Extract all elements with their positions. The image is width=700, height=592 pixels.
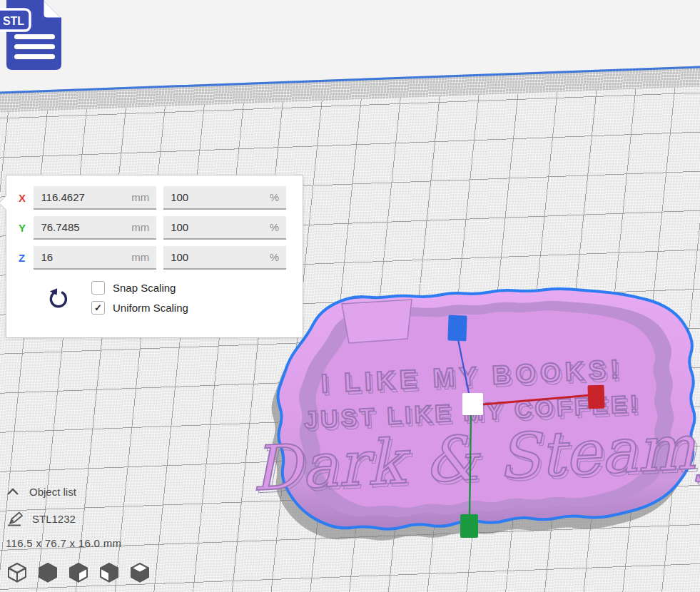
uniform-scaling-label: Uniform Scaling (113, 302, 188, 314)
scale-tool-panel: X 116.4627 mm 100 % Y 76.7485 mm 100 % Z (6, 175, 303, 338)
mold-hanger-tab (342, 300, 412, 343)
snap-scaling-checkbox[interactable]: Snap Scaling (91, 281, 188, 295)
object-info-area: Object list STL1232 116.5 x 76.7 x 16.0 … (6, 484, 191, 583)
x-mm-input[interactable]: 116.4627 mm (34, 186, 156, 210)
view-left-icon[interactable] (99, 562, 119, 583)
reset-scale-button[interactable] (46, 285, 70, 311)
y-percent-input[interactable]: 100 % (163, 216, 286, 240)
view-3d-icon[interactable] (7, 562, 27, 583)
x-percent-input[interactable]: 100 % (163, 186, 286, 210)
uniform-scaling-checkbox[interactable]: ✓ Uniform Scaling (91, 301, 188, 315)
chevron-up-icon (6, 487, 20, 496)
snap-scaling-box[interactable] (91, 281, 105, 295)
scale-handle-blue[interactable] (447, 315, 467, 342)
y-axis-label: Y (19, 222, 29, 234)
object-list-title: Object list (29, 486, 76, 498)
z-axis-label: Z (19, 252, 29, 264)
z-percent-input[interactable]: 100 % (163, 246, 286, 270)
cura-viewport: I LIKE MY BOOKS! JUST LIKE MY COFFEE! Da… (0, 0, 700, 592)
stl-document-icon: STL (0, 0, 66, 71)
model-dimensions-label: 116.5 x 76.7 x 16.0 mm (6, 537, 191, 549)
uniform-scaling-box[interactable]: ✓ (91, 301, 105, 315)
scale-handle-green[interactable] (460, 514, 478, 538)
reset-icon (46, 285, 70, 311)
stl-file-icon: STL (0, 0, 66, 71)
snap-scaling-label: Snap Scaling (113, 282, 176, 294)
z-mm-input[interactable]: 16 mm (34, 246, 156, 270)
view-top-icon[interactable] (130, 562, 150, 583)
camera-view-toolbar (7, 562, 191, 583)
scale-handle-red[interactable] (587, 385, 604, 409)
object-list-toggle[interactable]: Object list (6, 484, 191, 499)
scale-row-x: X 116.4627 mm 100 % (16, 186, 293, 210)
scale-row-z: Z 16 mm 100 % (16, 246, 293, 270)
object-item-name: STL1232 (32, 513, 76, 525)
y-mm-input[interactable]: 76.7485 mm (34, 216, 156, 240)
x-axis-label: X (19, 192, 29, 204)
pencil-icon (6, 510, 23, 527)
object-list-item[interactable]: STL1232 (6, 509, 191, 528)
scale-row-y: Y 76.7485 mm 100 % (16, 216, 293, 240)
scale-handle-center[interactable] (462, 393, 483, 415)
svg-text:STL: STL (3, 15, 24, 27)
view-front-icon[interactable] (38, 562, 58, 583)
view-right-icon[interactable] (69, 562, 88, 583)
